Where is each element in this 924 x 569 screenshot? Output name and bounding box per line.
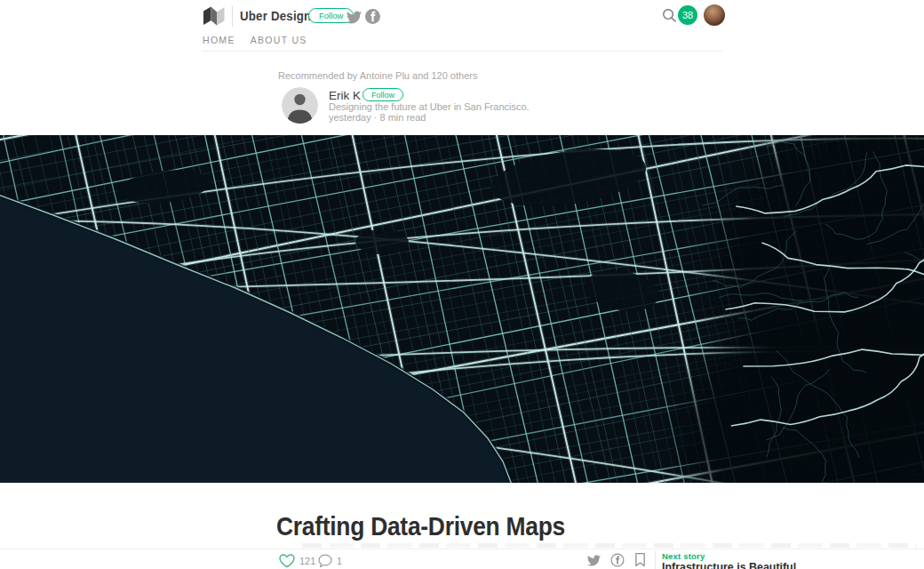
user-avatar[interactable] <box>704 4 725 26</box>
footer-bar: 121 1 Next story Infrastructure is Beaut… <box>0 549 924 569</box>
like-button[interactable] <box>279 554 295 568</box>
logo-divider <box>232 6 233 27</box>
map-illustration <box>0 135 924 483</box>
facebook-share-button[interactable] <box>610 553 625 567</box>
notification-badge[interactable]: 38 <box>678 5 697 25</box>
page: { "header": { "publication_name": "Uber … <box>0 0 924 569</box>
facebook-icon[interactable] <box>365 9 380 24</box>
twitter-share-button[interactable] <box>586 554 601 567</box>
facebook-share-icon <box>610 553 625 567</box>
author-follow-button[interactable]: Follow <box>362 88 403 101</box>
author-name[interactable]: Erik K <box>329 89 361 102</box>
next-story-title[interactable]: Infrastructure is Beautiful <box>662 560 796 569</box>
like-count: 121 <box>299 556 315 566</box>
response-count: 1 <box>337 556 342 566</box>
article-title: Crafting Data-Driven Maps <box>276 513 565 540</box>
search-icon[interactable] <box>662 8 677 23</box>
hero-map-image <box>0 135 924 483</box>
author-bio: Designing the future at Uber in San Fran… <box>329 101 530 112</box>
nav-about-us[interactable]: ABOUT US <box>251 35 307 45</box>
publication-nav: HOME ABOUT US <box>203 35 307 45</box>
responses-button[interactable] <box>318 554 332 568</box>
medium-logo-icon[interactable] <box>203 6 226 26</box>
heart-icon <box>279 554 295 568</box>
comment-icon <box>318 554 332 568</box>
clipped-paragraph <box>302 543 917 548</box>
bookmark-icon <box>634 552 646 567</box>
author-avatar[interactable] <box>282 87 318 124</box>
twitter-icon[interactable] <box>346 10 362 25</box>
bookmark-button[interactable] <box>634 552 646 567</box>
twitter-share-icon <box>586 554 601 567</box>
recommended-text: Recommended by Antoine Plu and 120 other… <box>278 70 477 81</box>
footer-divider <box>655 551 656 569</box>
header-divider <box>203 51 722 52</box>
article-meta: yesterday · 8 min read <box>329 112 426 123</box>
publication-title[interactable]: Uber Design <box>240 9 311 23</box>
nav-home[interactable]: HOME <box>203 35 235 45</box>
